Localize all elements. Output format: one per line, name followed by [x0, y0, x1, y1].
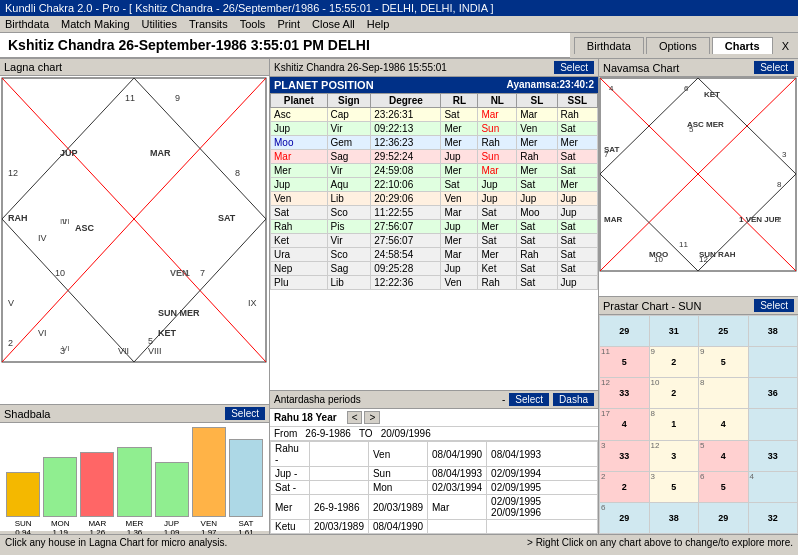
- antardasha-table: Rahu -Ven08/04/199008/04/1993Jup -Sun08/…: [270, 441, 598, 534]
- planet-name: Asc: [271, 108, 328, 122]
- menu-item-utilities[interactable]: Utilities: [142, 18, 177, 30]
- main-dasha: Rahu 18 Year: [274, 412, 337, 423]
- svg-text:VEN: VEN: [170, 268, 189, 278]
- menu-item-birthdata[interactable]: Birthdata: [5, 18, 49, 30]
- planet-row: Ven Lib 20:29:06 Ven Jup Jup Jup: [271, 192, 598, 206]
- shadbala-section: Shadbala Select SUNMONMARMERJUPVENSAT 0.…: [0, 404, 269, 534]
- planet-sign: Sag: [327, 262, 371, 276]
- menu-item-print[interactable]: Print: [277, 18, 300, 30]
- shadbala-bar-label: SAT: [229, 519, 263, 528]
- svg-text:KET: KET: [704, 90, 720, 99]
- antardasha-header: Antardasha periods - Select Dasha: [270, 391, 598, 409]
- planet-sl: Mer: [517, 136, 557, 150]
- antardasha-cell: Sun: [368, 467, 427, 481]
- planet-sl: Mar: [517, 108, 557, 122]
- planet-ssl: Sat: [557, 248, 597, 262]
- menu-item-match-making[interactable]: Match Making: [61, 18, 129, 30]
- tab-options[interactable]: Options: [646, 37, 710, 54]
- prastar-cell: 22: [600, 471, 650, 502]
- tab-charts[interactable]: Charts: [712, 37, 773, 54]
- planet-ssl: Jup: [557, 206, 597, 220]
- lagna-chart[interactable]: 11 9 12 IV 8 10 1 7 V IX 2 VI VII VIII 3…: [0, 76, 269, 404]
- antardasha-row: Sat -Mon02/03/199402/09/1995: [271, 481, 598, 495]
- shadbala-bar: [43, 457, 77, 517]
- tab-birthdata[interactable]: Birthdata: [574, 37, 644, 54]
- center-select-btn[interactable]: Select: [554, 61, 594, 74]
- antardasha-select-btn[interactable]: Select: [509, 393, 549, 406]
- planet-rl: Mer: [441, 164, 478, 178]
- planet-sign: Vir: [327, 234, 371, 248]
- prastar-cell: 32: [748, 502, 798, 533]
- prastar-row: 174814: [600, 409, 798, 440]
- shadbala-bar: [229, 439, 263, 517]
- planet-degree: 09:25:28: [371, 262, 441, 276]
- prastar-chart[interactable]: 2931253811592951233102836174814333123543…: [599, 315, 798, 534]
- prastar-cell: 174: [600, 409, 650, 440]
- planet-rl: Mer: [441, 122, 478, 136]
- menu-item-help[interactable]: Help: [367, 18, 390, 30]
- planet-rl: Ven: [441, 192, 478, 206]
- prastar-cell: 92: [649, 347, 699, 378]
- svg-text:6: 6: [684, 84, 689, 93]
- planet-nl: Sun: [478, 150, 517, 164]
- planet-row: Ket Vir 27:56:07 Mer Sat Sat Sat: [271, 234, 598, 248]
- planet-row: Nep Sag 09:25:28 Jup Ket Sat Sat: [271, 262, 598, 276]
- planet-name: Ura: [271, 248, 328, 262]
- svg-text:ASC: ASC: [75, 223, 95, 233]
- dasha-btn[interactable]: Dasha: [553, 393, 594, 406]
- shadbala-bar-label: VEN: [192, 519, 226, 528]
- navamsa-select-btn[interactable]: Select: [754, 61, 794, 74]
- status-bar: Click any house in Lagna Chart for micro…: [0, 534, 798, 550]
- planet-name: Plu: [271, 276, 328, 290]
- svg-text:11: 11: [125, 93, 135, 103]
- menu-item-tools[interactable]: Tools: [240, 18, 266, 30]
- next-btn[interactable]: >: [364, 411, 380, 424]
- prev-btn[interactable]: <: [347, 411, 363, 424]
- svg-text:V: V: [8, 298, 14, 308]
- planet-sign: Lib: [327, 276, 371, 290]
- prastar-cell: 95: [699, 347, 749, 378]
- antardasha-cell: [309, 442, 368, 467]
- svg-text:5: 5: [148, 336, 153, 346]
- menu-item-transits[interactable]: Transits: [189, 18, 228, 30]
- shadbala-select-btn[interactable]: Select: [225, 407, 265, 420]
- planet-row: Asc Cap 23:26:31 Sat Mar Mar Rah: [271, 108, 598, 122]
- svg-text:MAR: MAR: [604, 215, 622, 224]
- shadbala-bar-wrap: [192, 427, 226, 517]
- prastar-cell: [748, 347, 798, 378]
- bar-area: [2, 427, 267, 517]
- antardasha-cell: 20/03/1989: [368, 495, 427, 520]
- svg-text:2: 2: [8, 338, 13, 348]
- svg-text:4: 4: [609, 84, 614, 93]
- antardasha-cell: [487, 520, 598, 534]
- planet-sl: Sat: [517, 220, 557, 234]
- planet-sign: Pis: [327, 220, 371, 234]
- planet-position-title: PLANET POSITION: [274, 79, 374, 91]
- prastar-select-btn[interactable]: Select: [754, 299, 794, 312]
- shadbala-bar-wrap: [229, 439, 263, 517]
- svg-text:RAH: RAH: [8, 213, 28, 223]
- menu-item-close-all[interactable]: Close All: [312, 18, 355, 30]
- prastar-section: Prastar Chart - SUN Select 2931253811592…: [599, 297, 798, 534]
- navamsa-chart[interactable]: 6 4 7 3 5 8 2 11 10 12 KET ASC MER SAT: [599, 77, 798, 296]
- planet-table-container[interactable]: Planet Sign Degree RL NL SL SSL Asc Cap …: [270, 93, 598, 390]
- close-tab-btn[interactable]: X: [777, 38, 794, 54]
- shadbala-bar-wrap: [117, 447, 151, 517]
- prastar-row: 1233102836: [600, 378, 798, 409]
- antardasha-cell: [428, 520, 487, 534]
- bar-labels: SUNMONMARMERJUPVENSAT: [2, 519, 267, 528]
- planet-sl: Jup: [517, 192, 557, 206]
- svg-text:1 VEN JUP: 1 VEN JUP: [739, 215, 781, 224]
- planet-row: Mer Vir 24:59:08 Mer Mar Mer Sat: [271, 164, 598, 178]
- planet-row: Ura Sco 24:58:54 Mar Mer Rah Sat: [271, 248, 598, 262]
- planet-sl: Sat: [517, 262, 557, 276]
- prastar-row: 629382932: [600, 502, 798, 533]
- planet-degree: 09:22:13: [371, 122, 441, 136]
- navamsa-title: Navamsa Chart: [603, 62, 679, 74]
- col-sign: Sign: [327, 94, 371, 108]
- planet-sign: Gem: [327, 136, 371, 150]
- prastar-cell: 25: [699, 316, 749, 347]
- svg-text:8: 8: [235, 168, 240, 178]
- header-text: Kshitiz Chandra 26-September-1986 3:55:0…: [8, 37, 370, 53]
- planet-ssl: Sat: [557, 122, 597, 136]
